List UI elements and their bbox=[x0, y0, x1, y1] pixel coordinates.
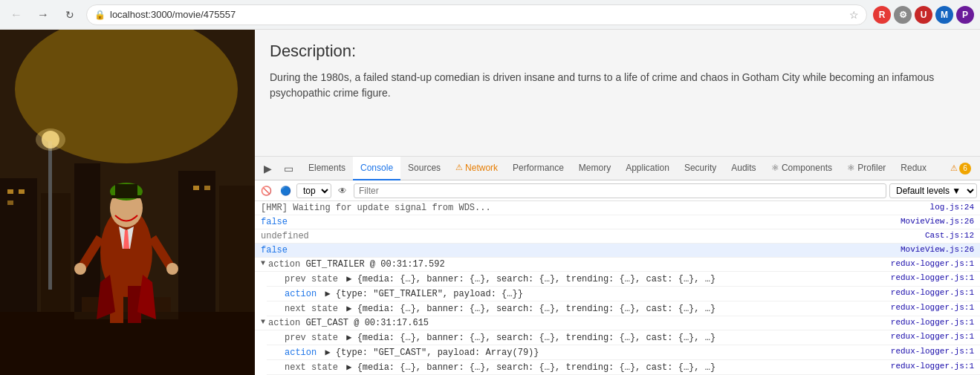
hmr-text: [HMR] Waiting for update signal from WDS… bbox=[261, 203, 924, 213]
cast-prev-source[interactable]: redux-logger.js:1 bbox=[891, 332, 974, 341]
refresh-button[interactable]: ↻ bbox=[59, 4, 80, 25]
svg-rect-30 bbox=[48, 141, 52, 290]
filter-input[interactable] bbox=[354, 183, 886, 198]
console-line-undefined: undefined Cast.js:12 bbox=[255, 229, 980, 244]
ext-icon-p[interactable]: P bbox=[956, 6, 974, 24]
movie-poster bbox=[0, 30, 255, 375]
svg-point-32 bbox=[36, 128, 65, 151]
console-line-false-1: false MovieView.js:26 bbox=[255, 215, 980, 229]
console-line-cast-action: action ▶ {type: "GET_CAST", payload: Arr… bbox=[267, 345, 980, 360]
false-value-2: false bbox=[261, 245, 895, 255]
warning-count-badge: 6 bbox=[959, 163, 971, 175]
tab-sources[interactable]: Sources bbox=[400, 157, 448, 180]
ext-icon-r[interactable]: R bbox=[873, 6, 891, 24]
device-toolbar-button[interactable]: ▭ bbox=[279, 159, 298, 178]
tab-console[interactable]: Console bbox=[353, 157, 400, 180]
svg-rect-12 bbox=[0, 312, 255, 375]
action-cast-source[interactable]: redux-logger.js:1 bbox=[891, 318, 974, 327]
console-line-false-2: false MovieView.js:26 bbox=[255, 244, 980, 258]
svg-rect-23 bbox=[111, 195, 141, 198]
ext-icon-m[interactable]: M bbox=[935, 6, 953, 24]
svg-point-26 bbox=[74, 263, 86, 275]
svg-rect-11 bbox=[204, 186, 210, 190]
tab-memory[interactable]: Memory bbox=[571, 157, 618, 180]
cast-action-detail: action ▶ {type: "GET_CAST", payload: Arr… bbox=[285, 347, 885, 358]
trailer-next-state: next state ▶ {media: {…}, banner: {…}, s… bbox=[285, 303, 885, 314]
tab-components[interactable]: ⚛ Components bbox=[764, 157, 840, 180]
trailer-next-source[interactable]: redux-logger.js:1 bbox=[891, 303, 974, 312]
description-text: During the 1980s, a failed stand-up come… bbox=[270, 70, 965, 101]
false-value-1: false bbox=[261, 217, 895, 227]
bookmark-icon[interactable]: ☆ bbox=[849, 9, 859, 21]
action-cast-text: action GET_CAST @ 00:31:17.615 bbox=[268, 318, 885, 328]
devtools-panel: ▶ ▭ Elements Console Sources ⚠ Network P bbox=[255, 157, 980, 375]
console-line-trailer-next: next state ▶ {media: {…}, banner: {…}, s… bbox=[267, 301, 980, 316]
description-title: Description: bbox=[270, 42, 965, 61]
ext-icon-u[interactable]: U bbox=[915, 6, 932, 24]
movie-image-panel bbox=[0, 30, 255, 375]
movie-description-panel: Description: During the 1980s, a failed … bbox=[255, 30, 980, 157]
action-trailer-source[interactable]: redux-logger.js:1 bbox=[891, 259, 974, 268]
tab-application[interactable]: Application bbox=[618, 157, 677, 180]
console-output[interactable]: [HMR] Waiting for update signal from WDS… bbox=[255, 201, 980, 375]
undefined-value: undefined bbox=[261, 231, 919, 241]
undefined-source[interactable]: Cast.js:12 bbox=[925, 231, 974, 240]
hmr-source[interactable]: log.js:24 bbox=[930, 203, 974, 212]
context-select[interactable]: top bbox=[296, 183, 331, 198]
ext-icon-gear[interactable]: ⚙ bbox=[894, 6, 912, 24]
tab-profiler[interactable]: ⚛ Profiler bbox=[840, 157, 893, 180]
address-bar[interactable]: 🔒 localhost:3000/movie/475557 ☆ bbox=[86, 4, 867, 25]
tab-performance[interactable]: Performance bbox=[505, 157, 571, 180]
trailer-prev-state: prev state ▶ {media: {…}, banner: {…}, s… bbox=[285, 273, 885, 284]
console-line-trailer-prev: prev state ▶ {media: {…}, banner: {…}, s… bbox=[267, 272, 980, 287]
tab-audits[interactable]: Audits bbox=[724, 157, 763, 180]
tab-elements[interactable]: Elements bbox=[301, 157, 353, 180]
console-line-action-trailer-header: ▼ action GET_TRAILER @ 00:31:17.592 redu… bbox=[255, 258, 980, 272]
devtools-icons: ▶ ▭ bbox=[258, 159, 298, 178]
svg-rect-14 bbox=[74, 312, 178, 319]
trailer-action-source[interactable]: redux-logger.js:1 bbox=[891, 288, 974, 297]
back-button[interactable]: ← bbox=[6, 4, 27, 25]
cast-next-state: next state ▶ {media: {…}, banner: {…}, s… bbox=[285, 362, 885, 373]
extensions-area: R ⚙ U M P bbox=[873, 6, 974, 24]
tab-redux[interactable]: Redux bbox=[893, 157, 934, 180]
cast-action-source[interactable]: redux-logger.js:1 bbox=[891, 347, 974, 356]
url-text: localhost:3000/movie/475557 bbox=[110, 9, 845, 20]
console-toolbar: 🚫 🔵 top 👁 Default levels ▼ bbox=[255, 180, 980, 201]
right-panel: Description: During the 1980s, a failed … bbox=[255, 30, 980, 375]
forward-button[interactable]: → bbox=[33, 4, 53, 25]
svg-rect-7 bbox=[7, 189, 13, 194]
console-line-cast-next: next state ▶ {media: {…}, banner: {…}, s… bbox=[267, 360, 980, 375]
cast-prev-state: prev state ▶ {media: {…}, banner: {…}, s… bbox=[285, 332, 885, 343]
console-line-hmr: [HMR] Waiting for update signal from WDS… bbox=[255, 201, 980, 215]
false-source-2[interactable]: MovieView.js:26 bbox=[901, 245, 974, 254]
svg-rect-8 bbox=[19, 189, 25, 194]
clear-console-button[interactable]: 🚫 bbox=[258, 183, 274, 199]
svg-rect-9 bbox=[7, 200, 13, 205]
devtools-tabs: ▶ ▭ Elements Console Sources ⚠ Network P bbox=[255, 157, 980, 180]
browser-chrome: ← → ↻ 🔒 localhost:3000/movie/475557 ☆ R … bbox=[0, 0, 980, 30]
cast-next-source[interactable]: redux-logger.js:1 bbox=[891, 362, 974, 371]
console-line-cast-prev: prev state ▶ {media: {…}, banner: {…}, s… bbox=[267, 330, 980, 345]
trailer-prev-source[interactable]: redux-logger.js:1 bbox=[891, 273, 974, 282]
lock-icon: 🔒 bbox=[94, 10, 106, 20]
action-trailer-text: action GET_TRAILER @ 00:31:17.592 bbox=[268, 259, 885, 270]
toggle-trailer[interactable]: ▼ bbox=[261, 259, 265, 267]
inspect-element-button[interactable]: ▶ bbox=[258, 159, 277, 178]
show-network-button[interactable]: 👁 bbox=[334, 183, 351, 199]
trailer-action-detail: action ▶ {type: "GET_TRAILER", payload: … bbox=[285, 288, 885, 299]
tab-network[interactable]: ⚠ Network bbox=[448, 157, 505, 180]
tab-security[interactable]: Security bbox=[677, 157, 724, 180]
levels-select[interactable]: Default levels ▼ bbox=[889, 183, 977, 198]
main-area: Description: During the 1980s, a failed … bbox=[0, 30, 980, 375]
console-line-trailer-action: action ▶ {type: "GET_TRAILER", payload: … bbox=[267, 287, 980, 301]
toggle-cast[interactable]: ▼ bbox=[261, 318, 265, 326]
svg-rect-10 bbox=[193, 186, 199, 190]
svg-point-27 bbox=[166, 263, 178, 275]
false-source-1[interactable]: MovieView.js:26 bbox=[901, 217, 974, 226]
preserve-log-button[interactable]: 🔵 bbox=[277, 183, 293, 199]
console-line-action-cast-header: ▼ action GET_CAST @ 00:31:17.615 redux-l… bbox=[255, 316, 980, 330]
